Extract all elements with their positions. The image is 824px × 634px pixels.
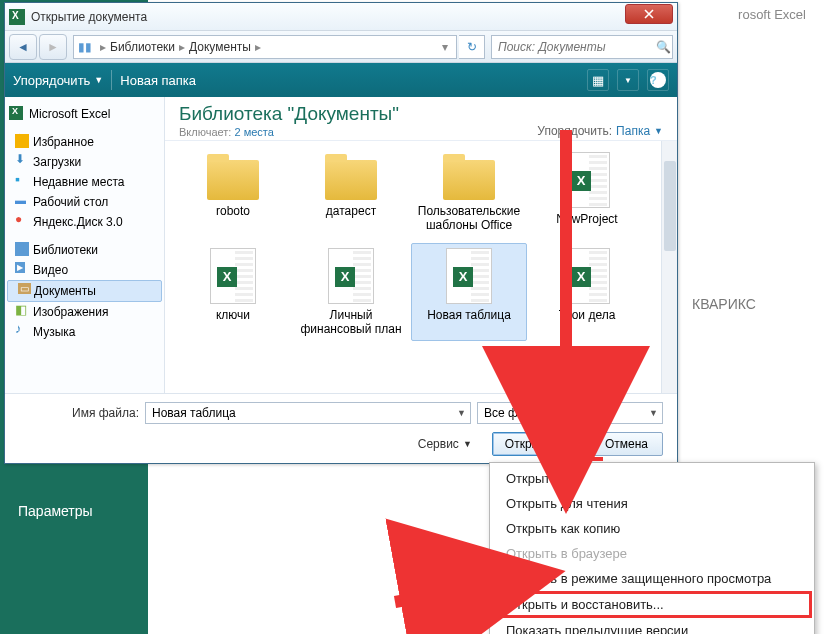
titlebar: Открытие документа [5,3,677,31]
sidebar-label: Рабочий стол [33,195,108,209]
menu-item[interactable]: Показать предыдущие версии [492,618,812,634]
sidebar-item-music[interactable]: Музыка [5,322,164,342]
file-label: ключи [178,308,288,322]
svg-line-1 [395,586,483,602]
file-item[interactable]: Личный финансовый план [293,243,409,341]
organize-button[interactable]: Упорядочить ▼ [13,73,103,88]
file-item[interactable]: Твои дела [529,243,645,341]
filter-combo[interactable]: Все файлы ▼ [477,402,663,424]
filename-value: Новая таблица [152,406,236,420]
folder-icon [207,160,259,200]
file-item[interactable]: Новая таблица [411,243,527,341]
chevron-down-icon[interactable]: ▼ [457,408,466,418]
library-locations-link[interactable]: 2 места [234,126,273,138]
sidebar-item-yandex[interactable]: Яндекс.Диск 3.0 [5,212,164,232]
chevron-down-icon[interactable]: ▼ [649,408,658,418]
open-file-dialog: Открытие документа ◄ ► ▮▮ ▸ Библиотеки ▸… [4,2,678,464]
file-item[interactable]: датарест [293,147,409,237]
places-icon [15,174,29,188]
folder-icon [325,160,377,200]
refresh-button[interactable]: ↻ [459,35,485,59]
open-split-button[interactable]: Открыть ▼ [492,432,582,456]
file-item[interactable]: Пользовательские шаблоны Office [411,147,527,237]
file-label: Новая таблица [414,308,524,322]
view-mode-button[interactable]: ▦ [587,69,609,91]
menu-item[interactable]: Открыть [492,466,812,491]
menu-item: Открыть в браузере [492,541,812,566]
file-grid-area[interactable]: robotoдатарестПользовательские шаблоны O… [165,141,677,393]
excel-icon [9,9,25,25]
library-icon: ▮▮ [78,40,92,54]
video-icon [15,262,29,276]
arrow-right-icon: ► [47,40,59,54]
file-item[interactable]: NewProject [529,147,645,237]
tools-button[interactable]: Сервис ▼ [418,437,472,451]
library-icon [15,242,29,256]
chevron-down-icon[interactable]: ▼ [654,126,663,136]
sidebar-excel[interactable]: Microsoft Excel [5,101,164,124]
file-label: NewProject [532,212,642,226]
folder-icon [443,160,495,200]
filter-value: Все файлы [484,406,547,420]
chevron-down-icon: ▼ [463,439,472,449]
chevron-right-icon: ▸ [179,40,185,54]
sidebar-label: Загрузки [33,155,81,169]
menu-item[interactable]: Открыть как копию [492,516,812,541]
file-label: Твои дела [532,308,642,322]
help-button[interactable]: ? [647,69,669,91]
annotation-arrow-2 [395,564,503,608]
sidebar-item-downloads[interactable]: Загрузки [5,152,164,172]
file-label: Пользовательские шаблоны Office [414,204,524,232]
content-header: Библиотека "Документы" Включает: 2 места… [165,97,677,141]
menu-item[interactable]: Открыть для чтения [492,491,812,516]
grid-icon: ▦ [592,73,604,88]
sidebar-libraries[interactable]: Библиотеки [5,240,164,260]
sidebar-label: Библиотеки [33,243,98,257]
sidebar-label: Яндекс.Диск 3.0 [33,215,123,229]
search-icon[interactable]: 🔍 [655,40,672,54]
sidebar-item-video[interactable]: Видео [5,260,164,280]
nav-back-button[interactable]: ◄ [9,34,37,60]
refresh-icon: ↻ [467,40,477,54]
open-dropdown-button[interactable]: ▼ [565,440,581,449]
sidebar-favorites[interactable]: Избранное [5,132,164,152]
view-options-button[interactable]: ▼ [617,69,639,91]
file-label: Личный финансовый план [296,308,406,336]
help-icon: ? [650,72,666,88]
chevron-down-icon[interactable]: ▾ [442,40,448,54]
sidebar-item-documents[interactable]: Документы [7,280,162,302]
sidebar-item-recent[interactable]: Недавние места [5,172,164,192]
search-input[interactable] [492,40,655,54]
close-icon [644,9,654,19]
filename-combo[interactable]: Новая таблица ▼ [145,402,471,424]
menu-item[interactable]: Открыть в режиме защищенного просмотра [492,566,812,591]
breadcrumb-part[interactable]: Документы [189,40,251,54]
file-item[interactable]: ключи [175,243,291,341]
scrollbar-vertical[interactable] [661,141,677,393]
arrow-left-icon: ◄ [17,40,29,54]
file-item[interactable]: roboto [175,147,291,237]
sort-value-link[interactable]: Папка [616,124,650,138]
menu-item[interactable]: Открыть и восстановить... [492,591,812,618]
breadcrumb-part[interactable]: Библиотеки [110,40,175,54]
excel-file-icon [564,248,610,304]
bg-params-label[interactable]: Параметры [18,503,93,519]
search-box[interactable]: 🔍 [491,35,673,59]
excel-file-icon [210,248,256,304]
new-folder-button[interactable]: Новая папка [120,73,196,88]
sidebar-item-desktop[interactable]: Рабочий стол [5,192,164,212]
star-icon [15,134,29,148]
file-label: датарест [296,204,406,218]
download-icon [15,154,29,168]
scrollbar-thumb[interactable] [664,161,676,251]
nav-fwd-button[interactable]: ► [39,34,67,60]
sidebar-label: Музыка [33,325,75,339]
cancel-button[interactable]: Отмена [590,432,663,456]
close-button[interactable] [625,4,673,24]
breadcrumb[interactable]: ▮▮ ▸ Библиотеки ▸ Документы ▸ ▾ [73,35,457,59]
bottom-panel: Имя файла: Новая таблица ▼ Все файлы ▼ С… [5,393,677,466]
sidebar-item-images[interactable]: Изображения [5,302,164,322]
file-label: roboto [178,204,288,218]
filename-label: Имя файла: [19,406,139,420]
open-button[interactable]: Открыть [493,433,565,455]
